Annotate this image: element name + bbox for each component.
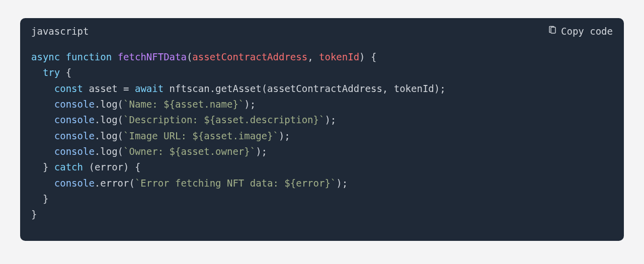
code-line: console.error(`Error fetching NFT data: … bbox=[31, 178, 348, 189]
code-block: javascript Copy code async function fetc… bbox=[20, 18, 624, 241]
code-line: } catch (error) { bbox=[31, 161, 140, 172]
copy-code-label: Copy code bbox=[561, 26, 613, 37]
code-line: console.log(`Image URL: ${asset.image}`)… bbox=[31, 130, 290, 141]
language-label: javascript bbox=[31, 26, 89, 37]
code-line: } bbox=[31, 193, 48, 204]
clipboard-icon bbox=[548, 25, 557, 37]
code-line: } bbox=[31, 209, 37, 220]
code-header: javascript Copy code bbox=[20, 18, 624, 42]
copy-code-button[interactable]: Copy code bbox=[548, 25, 613, 37]
code-line: try { bbox=[31, 67, 71, 78]
code-line: console.log(`Description: ${asset.descri… bbox=[31, 114, 336, 125]
svg-rect-0 bbox=[551, 27, 555, 33]
code-line: console.log(`Name: ${asset.name}`); bbox=[31, 99, 256, 110]
code-line: console.log(`Owner: ${asset.owner}`); bbox=[31, 146, 267, 157]
code-body[interactable]: async function fetchNFTData(assetContrac… bbox=[20, 42, 624, 241]
code-line: const asset = await nftscan.getAsset(ass… bbox=[31, 83, 446, 94]
code-line: async function fetchNFTData(assetContrac… bbox=[31, 51, 376, 62]
